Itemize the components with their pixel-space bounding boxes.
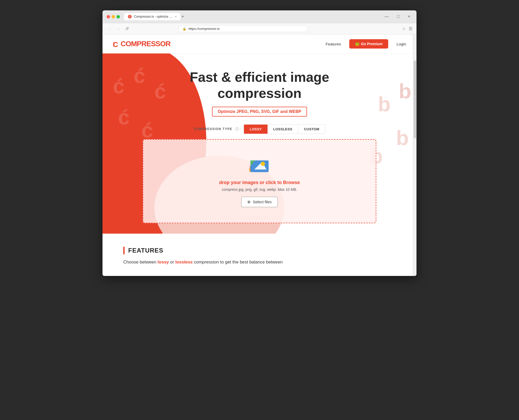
tab-bar: C Compressor.io - optimize and c × +: [124, 13, 380, 20]
select-files-label: Select files: [253, 200, 272, 204]
hero-content: Fast & efficient image compression Optim…: [113, 69, 406, 223]
login-link[interactable]: Login: [397, 42, 406, 46]
premium-label: Go Premium: [361, 42, 383, 46]
subtitle-text: Optimize JPEG, PNG, SVG, GIF and WEBP: [218, 109, 301, 114]
svg-text:C: C: [129, 15, 131, 18]
drop-subtitle: compress jpg, png, gif, svg, webp. Max 1…: [154, 187, 365, 192]
compression-selector: COMPRESSION TYPE ⓘ : LOSSY LOSSLESS CUST…: [113, 124, 406, 134]
drop-image-icon: [154, 155, 365, 176]
premium-icon: 🐸: [355, 42, 359, 46]
features-link[interactable]: Features: [326, 42, 341, 46]
tab-title: Compressor.io - optimize and c: [134, 15, 173, 18]
select-files-button[interactable]: ⊕ Select files: [241, 197, 278, 207]
compression-label: COMPRESSION TYPE: [194, 127, 233, 131]
compression-type-buttons: LOSSY LOSSLESS CUSTOM: [244, 124, 325, 134]
features-description: Choose between lossy or lossless compres…: [123, 259, 396, 266]
nav-links: Features 🐸 Go Premium Login: [326, 39, 406, 49]
select-files-icon: ⊕: [247, 200, 251, 204]
premium-button[interactable]: 🐸 Go Premium: [349, 39, 388, 49]
lossy-button[interactable]: LOSSY: [244, 125, 268, 134]
site-logo: C COMPRESSOR: [113, 40, 170, 48]
svg-point-8: [261, 162, 265, 166]
window-controls: [107, 15, 120, 18]
back-button[interactable]: ←: [107, 26, 113, 32]
new-tab-button[interactable]: +: [181, 14, 184, 19]
close-window-button[interactable]: [107, 15, 110, 18]
minimize-window-button[interactable]: [112, 15, 115, 18]
features-desc-start: Choose between: [123, 260, 158, 265]
tab-close-icon[interactable]: ×: [175, 15, 177, 18]
lossless-button[interactable]: LOSSLESS: [268, 125, 298, 134]
maximize-button[interactable]: □: [395, 14, 402, 19]
forward-button[interactable]: →: [115, 26, 122, 32]
hero-subtitle-pill: Optimize JPEG, PNG, SVG, GIF and WEBP: [212, 107, 307, 117]
compression-info: ⓘ :: [235, 127, 241, 131]
address-bar: ← → ↺ 🔒 https://compressor.io ☆ ☰: [103, 23, 416, 35]
hero-title-line2: compression: [217, 86, 302, 101]
hero-title-line1: Fast & efficient image: [190, 70, 329, 85]
features-desc-mid: or: [169, 260, 175, 265]
security-icon: 🔒: [182, 27, 186, 31]
features-lossless-text: lossless: [175, 260, 193, 265]
address-url: https://compressor.io: [188, 27, 220, 31]
drop-title: drop your images or click to Browse: [154, 180, 365, 185]
address-input[interactable]: 🔒 https://compressor.io: [178, 25, 308, 32]
bookmark-icon[interactable]: ☆: [402, 26, 406, 31]
tab-favicon: C: [128, 15, 132, 19]
logo-text: COMPRESSOR: [121, 40, 170, 48]
scrollbar-thumb[interactable]: [414, 60, 416, 138]
features-title: FEATURES: [123, 247, 396, 254]
hero-title: Fast & efficient image compression: [113, 69, 406, 101]
site-navigation: C COMPRESSOR Features 🐸 Go Premium Login: [103, 35, 416, 53]
hero-section: ć ć ć ć ć b b b b Fast & efficient image…: [103, 53, 416, 234]
toolbar-icons: ☆ ☰: [402, 26, 412, 31]
features-title-text: FEATURES: [128, 247, 163, 254]
menu-icon[interactable]: ☰: [409, 26, 412, 31]
drop-zone[interactable]: drop your images or click to Browse comp…: [143, 139, 376, 223]
close-button[interactable]: ×: [406, 14, 412, 19]
website-content: C COMPRESSOR Features 🐸 Go Premium Login: [103, 35, 416, 276]
features-desc-end: compression to get the best balance betw…: [193, 260, 283, 265]
custom-button[interactable]: CUSTOM: [298, 125, 325, 134]
features-section: FEATURES Choose between lossy or lossles…: [103, 233, 416, 276]
minimize-button[interactable]: —: [383, 14, 391, 19]
maximize-window-button[interactable]: [117, 15, 120, 18]
scrollbar[interactable]: [413, 35, 416, 276]
window-action-buttons: — □ ×: [383, 14, 412, 19]
refresh-button[interactable]: ↺: [124, 26, 130, 32]
active-tab[interactable]: C Compressor.io - optimize and c ×: [124, 13, 180, 20]
features-lossy-text: lossy: [158, 260, 169, 265]
